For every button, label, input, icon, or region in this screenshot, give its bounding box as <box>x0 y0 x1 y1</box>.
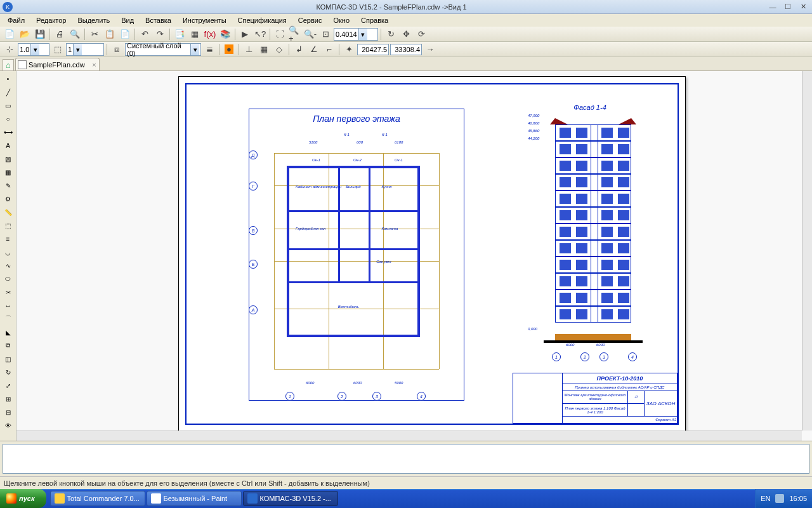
rotate-icon[interactable]: ↻ <box>1 366 15 378</box>
start-button[interactable]: пуск <box>0 489 46 508</box>
hatch-icon[interactable]: ▨ <box>1 152 15 165</box>
copy-button[interactable]: 📋 <box>103 27 117 41</box>
preview-button[interactable]: 🔍 <box>68 27 82 41</box>
layer-filter-button[interactable]: ⧈ <box>110 43 124 57</box>
lib-button[interactable]: 📚 <box>218 27 232 41</box>
arrow-button[interactable]: ↖? <box>253 27 267 41</box>
new-button[interactable]: 📄 <box>3 27 16 41</box>
menu-editor[interactable]: Редактор <box>31 15 71 25</box>
paste-button[interactable]: 📄 <box>118 27 132 41</box>
zoom-fit-button[interactable]: ⛶ <box>273 27 287 41</box>
facade-floor <box>555 141 631 157</box>
edit-icon[interactable]: ✎ <box>1 179 15 192</box>
trim-icon[interactable]: ✂ <box>1 286 15 298</box>
copy-tool-icon[interactable]: ⧉ <box>1 339 15 352</box>
goto-button[interactable]: → <box>423 43 437 57</box>
text-icon[interactable]: A <box>1 139 15 152</box>
fillet-icon[interactable]: ⌒ <box>1 312 15 325</box>
array-icon[interactable]: ⊞ <box>1 392 15 405</box>
save-button[interactable]: 💾 <box>33 27 47 41</box>
arc-icon[interactable]: ◡ <box>1 246 15 258</box>
geom-point-icon[interactable]: • <box>1 72 15 85</box>
stop-button[interactable]: ▶ <box>238 27 252 41</box>
layers-button[interactable]: ▦ <box>188 27 202 41</box>
coord-y-input[interactable] <box>390 44 422 55</box>
print-button[interactable]: 🖨 <box>53 27 67 41</box>
drawing-canvas[interactable]: План первого этажа <box>16 71 812 441</box>
zoom-in-button[interactable]: 🔍+ <box>288 27 302 41</box>
doc-tab[interactable]: SampleFPlan.cdw × <box>15 58 100 70</box>
zoom-window-button[interactable]: ⊡ <box>318 27 332 41</box>
language-indicator[interactable]: EN <box>761 495 770 502</box>
geom-line-icon[interactable]: ╱ <box>1 86 15 98</box>
ortho-button[interactable]: ⊥ <box>242 43 256 57</box>
menu-service[interactable]: Сервис <box>293 15 327 25</box>
view-mgr-icon[interactable]: 👁 <box>1 419 15 432</box>
props-button[interactable]: 📑 <box>173 27 187 41</box>
status-bar: Щелкните левой кнопкой мыши на объекте д… <box>0 476 812 489</box>
clock[interactable]: 16:05 <box>789 495 807 502</box>
geom-circle-icon[interactable]: ○ <box>1 112 15 125</box>
maximize-button[interactable]: ☐ <box>782 3 794 11</box>
taskbar-item[interactable]: Total Commander 7.0... <box>50 491 145 506</box>
select-icon[interactable]: ⬚ <box>1 219 15 232</box>
cut-button[interactable]: ✂ <box>88 27 102 41</box>
zoom-out-button[interactable]: 🔍- <box>303 27 317 41</box>
minimize-button[interactable]: — <box>766 3 779 11</box>
menu-insert[interactable]: Вставка <box>140 15 176 25</box>
spline-icon[interactable]: ∿ <box>1 259 15 272</box>
break-icon[interactable]: ⊟ <box>1 406 15 418</box>
redo-button[interactable]: ↷ <box>153 27 167 41</box>
menu-select[interactable]: Выделить <box>72 15 115 25</box>
taskbar-item[interactable]: Безымянный - Paint <box>147 491 242 506</box>
close-button[interactable]: ✕ <box>797 3 809 11</box>
extend-icon[interactable]: ↔ <box>1 299 15 312</box>
color-button[interactable]: ● <box>222 43 236 57</box>
measure-icon[interactable]: 📏 <box>1 206 15 218</box>
undo-button[interactable]: ↶ <box>138 27 152 41</box>
linetype-combo[interactable]: 1▾ <box>66 43 104 56</box>
coord-button[interactable]: ⌐ <box>322 43 336 57</box>
style-button[interactable]: ⬚ <box>51 43 65 57</box>
open-button[interactable]: 📂 <box>18 27 32 41</box>
layer-mgr-button[interactable]: ≣ <box>202 43 216 57</box>
lineweight-combo[interactable]: 1.0▾ <box>18 43 49 56</box>
menu-spec[interactable]: Спецификация <box>233 15 292 25</box>
spec-icon[interactable]: ≡ <box>1 232 15 245</box>
menu-window[interactable]: Окно <box>328 15 355 25</box>
ellipse-icon[interactable]: ⬭ <box>1 272 15 285</box>
orbit-button[interactable]: ⟳ <box>414 27 428 41</box>
taskbar-item-active[interactable]: КОМПАС-3D V15.2 -... <box>243 491 338 506</box>
tray-icon[interactable] <box>775 494 784 503</box>
refresh-button[interactable]: ↻ <box>384 27 398 41</box>
xy-button[interactable]: ↲ <box>292 43 306 57</box>
angle-button[interactable]: ∠ <box>307 43 321 57</box>
vars-button[interactable]: f(x) <box>203 27 217 41</box>
menu-file[interactable]: Файл <box>3 15 30 25</box>
pan-button[interactable]: ✥ <box>399 27 413 41</box>
menu-view[interactable]: Вид <box>116 15 139 25</box>
vertical-scrollbar[interactable] <box>802 71 812 431</box>
mirror-icon[interactable]: ◫ <box>1 352 15 365</box>
scale-icon[interactable]: ⤢ <box>1 379 15 392</box>
home-tab-icon[interactable]: ⌂ <box>3 59 14 70</box>
menu-tools[interactable]: Инструменты <box>178 15 232 25</box>
chamfer-icon[interactable]: ◣ <box>1 326 15 338</box>
facade-floor <box>555 306 631 323</box>
table-icon[interactable]: ▦ <box>1 166 15 178</box>
dim-icon[interactable]: ⟷ <box>1 126 15 138</box>
doc-tab-close[interactable]: × <box>92 61 96 69</box>
param-icon[interactable]: ⚙ <box>1 192 15 205</box>
zoom-combo[interactable]: 0.4014▾ <box>334 28 378 41</box>
horizontal-scrollbar[interactable] <box>16 431 802 441</box>
menu-help[interactable]: Справка <box>356 15 393 25</box>
geom-rect-icon[interactable]: ▭ <box>1 99 15 112</box>
coord-x-input[interactable] <box>357 44 389 55</box>
layer-combo[interactable]: Системный слой (0)▾ <box>125 43 201 56</box>
props-toolbar: ⊹ 1.0▾ ⬚ 1▾ ⧈ Системный слой (0)▾ ≣ ● ⊥ … <box>0 42 812 57</box>
property-panel <box>0 441 812 476</box>
local-cs-button[interactable]: ✦ <box>342 43 356 57</box>
osnap-button[interactable]: ◇ <box>272 43 286 57</box>
snap-button[interactable]: ⊹ <box>3 43 16 57</box>
grid-button[interactable]: ▦ <box>257 43 271 57</box>
